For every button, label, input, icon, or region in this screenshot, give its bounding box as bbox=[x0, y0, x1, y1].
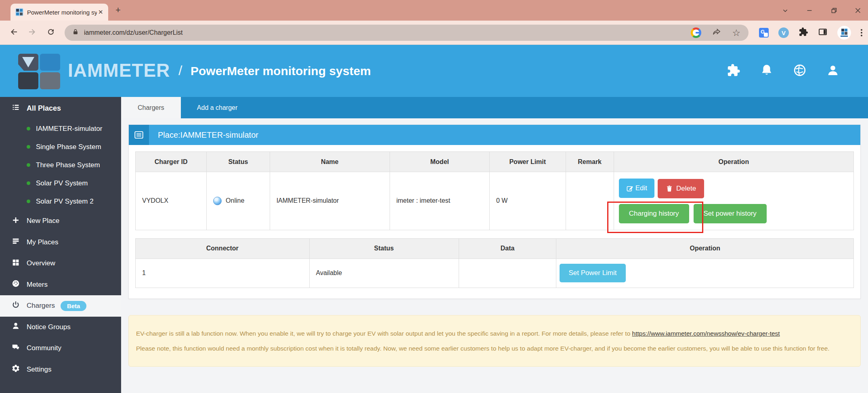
grid-icon bbox=[11, 258, 20, 269]
set-power-history-button[interactable]: Set power history bbox=[694, 204, 767, 223]
secure-lock-icon[interactable] bbox=[72, 28, 79, 37]
sidebar-item-all-places[interactable]: All Places bbox=[0, 97, 121, 120]
charger-operation-cell: Edit Delete Charging historySet power hi… bbox=[614, 172, 853, 230]
extensions-puzzle-icon[interactable] bbox=[799, 27, 808, 38]
tab-close-icon[interactable]: ✕ bbox=[97, 8, 104, 16]
browser-tab-strip: PowerMeter monitoring system ✕ + bbox=[0, 0, 868, 21]
reload-button[interactable] bbox=[46, 27, 56, 38]
gauge-icon bbox=[11, 279, 20, 290]
bookmark-star-icon[interactable]: ☆ bbox=[732, 28, 740, 38]
ev-charger-test-link[interactable]: https://www.iammeter.com/newsshow/ev-cha… bbox=[632, 330, 780, 337]
notifications-bell-icon[interactable] bbox=[760, 63, 774, 79]
charger-status-cell: Online bbox=[207, 172, 270, 230]
side-panel-icon[interactable] bbox=[818, 27, 828, 38]
charging-history-button[interactable]: Charging history bbox=[619, 204, 689, 223]
col-power-limit: Power Limit bbox=[490, 152, 566, 172]
browser-menu-icon[interactable] bbox=[861, 29, 862, 36]
url-text[interactable]: iammeter.com/dz/user/ChargerList bbox=[84, 29, 691, 36]
form-list-icon bbox=[129, 125, 149, 145]
delete-button[interactable]: Delete bbox=[658, 179, 704, 198]
online-dot-icon bbox=[27, 200, 30, 203]
sidebar-item-my-places[interactable]: My Places bbox=[0, 232, 121, 253]
stack-icon bbox=[11, 237, 20, 248]
address-bar[interactable]: iammeter.com/dz/user/ChargerList ☆ bbox=[65, 25, 748, 41]
list-icon bbox=[11, 103, 20, 114]
place-panel: Place:IAMMETER-simulator Charger ID Stat… bbox=[128, 124, 861, 299]
sidebar-item-settings[interactable]: Settings bbox=[0, 359, 121, 380]
profile-avatar[interactable] bbox=[837, 26, 851, 40]
col-charger-id: Charger ID bbox=[136, 152, 207, 172]
notice-text-2: Please note, this function would need a … bbox=[136, 345, 830, 352]
tab-title: PowerMeter monitoring system bbox=[27, 9, 97, 16]
place-panel-header: Place:IAMMETER-simulator bbox=[129, 125, 860, 145]
sidebar-item-chargers[interactable]: Chargers Beta bbox=[0, 295, 121, 317]
sidebar-item-meters[interactable]: Meters bbox=[0, 274, 121, 296]
sidebar-place-solar-pv-2[interactable]: Solar PV System 2 bbox=[0, 192, 121, 210]
v-extension-icon[interactable]: V bbox=[778, 27, 789, 38]
window-chevron-icon[interactable] bbox=[781, 6, 790, 15]
place-panel-title: Place:IAMMETER-simulator bbox=[158, 130, 258, 140]
share-icon[interactable] bbox=[712, 27, 721, 38]
charger-row: VYDOLX Online IAMMETER-simulator imeter … bbox=[136, 172, 854, 230]
sidebar: All Places IAMMETER-simulator Single Pha… bbox=[0, 97, 121, 393]
connector-status-cell: Available bbox=[309, 258, 459, 288]
window-minimize-button[interactable] bbox=[805, 6, 814, 15]
google-g-icon[interactable] bbox=[691, 27, 701, 38]
app-header: IAMMETER / PowerMeter monitoring system bbox=[0, 45, 868, 97]
integrations-puzzle-icon[interactable] bbox=[727, 63, 740, 79]
sidebar-place-three-phase[interactable]: Three Phase System bbox=[0, 156, 121, 174]
connector-id-cell: 1 bbox=[136, 258, 310, 288]
power-icon bbox=[11, 301, 20, 311]
edit-button[interactable]: Edit bbox=[619, 179, 654, 198]
col-status: Status bbox=[207, 152, 270, 172]
col-remark: Remark bbox=[566, 152, 614, 172]
iammeter-logo-icon[interactable] bbox=[18, 54, 60, 89]
gear-icon bbox=[11, 364, 20, 375]
chat-icon bbox=[11, 343, 20, 354]
forward-button[interactable] bbox=[27, 27, 37, 38]
charger-remark-cell bbox=[566, 172, 614, 230]
online-dot-icon bbox=[27, 163, 30, 167]
tab-chargers[interactable]: Chargers bbox=[121, 97, 181, 118]
browser-tab[interactable]: PowerMeter monitoring system ✕ bbox=[10, 4, 108, 21]
brand-separator: / bbox=[178, 63, 182, 78]
set-power-limit-button[interactable]: Set Power Limit bbox=[560, 264, 625, 282]
online-status-icon bbox=[213, 197, 222, 205]
tab-add-a-charger[interactable]: Add a charger bbox=[181, 97, 254, 118]
sidebar-item-new-place[interactable]: My Places New Place bbox=[0, 210, 121, 232]
new-tab-button[interactable]: + bbox=[115, 5, 121, 15]
sidebar-place-solar-pv[interactable]: Solar PV System bbox=[0, 174, 121, 192]
translate-extension-icon[interactable]: G bbox=[759, 28, 769, 38]
beta-badge: Beta bbox=[61, 301, 87, 311]
charger-name-cell: IAMMETER-simulator bbox=[270, 172, 390, 230]
ev-charger-notice: EV-charger is still a lab function now. … bbox=[128, 315, 861, 367]
sidebar-place-single-phase[interactable]: Single Phase System bbox=[0, 138, 121, 156]
window-restore-button[interactable] bbox=[829, 6, 838, 15]
col-connector-status: Status bbox=[309, 238, 459, 258]
sidebar-place-iammeter-simulator[interactable]: IAMMETER-simulator bbox=[0, 120, 121, 138]
main-content: Chargers Add a charger Place:IAMMETER-si… bbox=[121, 97, 868, 393]
col-connector-data: Data bbox=[459, 238, 556, 258]
back-button[interactable] bbox=[9, 27, 19, 38]
brand-name[interactable]: IAMMETER bbox=[68, 59, 170, 81]
col-connector-operation: Operation bbox=[556, 238, 854, 258]
notice-text-1: EV-charger is still a lab function now. … bbox=[136, 330, 632, 337]
sidebar-item-community[interactable]: Community bbox=[0, 338, 121, 359]
person-icon bbox=[11, 322, 20, 332]
language-globe-icon[interactable] bbox=[793, 63, 807, 79]
connector-data-cell bbox=[459, 258, 556, 288]
col-name: Name bbox=[270, 152, 390, 172]
plus-icon bbox=[11, 216, 20, 227]
chargers-table: Charger ID Status Name Model Power Limit… bbox=[135, 151, 854, 230]
charger-power-limit-cell: 0 W bbox=[490, 172, 566, 230]
sidebar-item-overview[interactable]: Overview bbox=[0, 253, 121, 274]
online-dot-icon bbox=[27, 127, 30, 130]
col-model: Model bbox=[390, 152, 489, 172]
connector-row: 1 Available Set Power Limit bbox=[136, 258, 854, 288]
sidebar-item-notice-groups[interactable]: Notice Groups bbox=[0, 317, 121, 338]
account-user-icon[interactable] bbox=[826, 63, 840, 79]
window-close-button[interactable] bbox=[853, 6, 862, 15]
site-favicon bbox=[15, 8, 23, 16]
charger-id-cell: VYDOLX bbox=[136, 172, 207, 230]
col-connector: Connector bbox=[136, 238, 310, 258]
